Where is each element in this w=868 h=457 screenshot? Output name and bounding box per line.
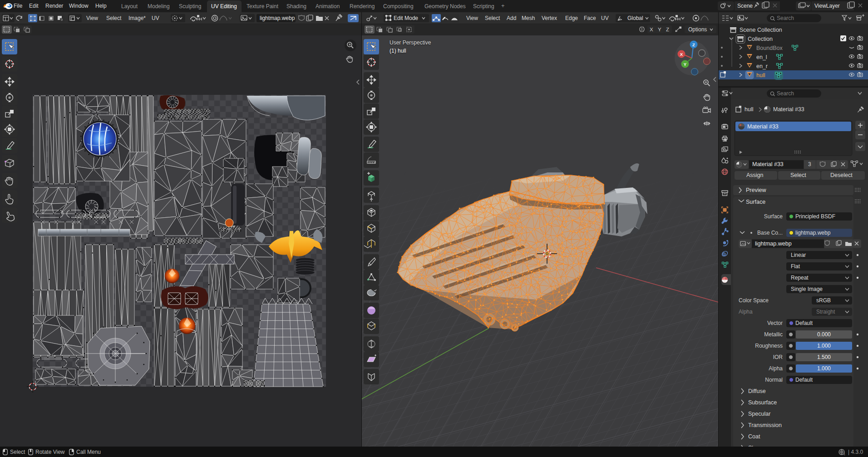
svg-text:Linear: Linear [791,252,806,258]
svg-text:Material #33: Material #33 [752,161,784,167]
svg-text:Subsurface: Subsurface [748,399,777,406]
svg-text:Color Space: Color Space [739,297,769,304]
svg-text:en_r: en_r [756,63,768,69]
svg-text:1.500: 1.500 [817,354,831,360]
svg-text:Repeat: Repeat [791,275,809,281]
svg-text:Assign: Assign [746,172,764,178]
svg-text:X: X [650,27,653,32]
svg-text:ViewLayer: ViewLayer [814,3,840,9]
svg-text:Y: Y [684,62,687,67]
svg-text:Transmission: Transmission [748,422,782,428]
svg-text:BoundBox: BoundBox [756,45,783,51]
svg-text:IOR: IOR [773,354,783,360]
svg-text:Specular: Specular [748,411,770,417]
svg-text:Alpha: Alpha [769,365,783,372]
svg-text:Y: Y [658,27,661,32]
svg-text:lightmap.webp: lightmap.webp [755,241,792,247]
svg-text:lightmap.webp: lightmap.webp [260,15,295,21]
svg-text:Default: Default [795,320,813,326]
svg-text:sRGB: sRGB [816,297,831,304]
svg-text:1.000: 1.000 [817,343,831,349]
svg-text:3: 3 [808,161,811,167]
svg-text:Alpha: Alpha [739,309,753,315]
svg-text:Flat: Flat [791,263,800,270]
svg-text:Options: Options [688,26,707,33]
svg-text:Material #33: Material #33 [773,106,804,113]
svg-text:1: 1 [843,452,845,456]
svg-text:lightmap.webp: lightmap.webp [795,230,831,236]
svg-text:Normal: Normal [765,377,783,383]
svg-text:Search: Search [777,90,794,97]
svg-text:Roughness: Roughness [755,343,783,349]
svg-text:Preview: Preview [746,187,766,193]
svg-text:Material #33: Material #33 [747,123,779,130]
svg-text:X: X [680,52,683,57]
svg-text:Diffuse: Diffuse [748,388,766,394]
svg-text:Edit Mode: Edit Mode [394,15,418,21]
svg-text:Single Image: Single Image [791,286,823,292]
svg-text:Principled BSDF: Principled BSDF [795,213,835,220]
svg-text:Default: Default [795,377,813,383]
svg-text:Collection: Collection [748,36,773,42]
svg-text:1.000: 1.000 [817,365,831,372]
svg-text:Base Co...: Base Co... [757,230,783,236]
svg-text:Z: Z [692,42,695,47]
svg-text:Deselect: Deselect [830,172,853,178]
svg-text:Coat: Coat [748,433,760,440]
svg-text:Metallic: Metallic [764,331,783,338]
svg-text:Straight: Straight [816,309,835,315]
svg-text:Scene: Scene [737,3,753,9]
svg-text:0.000: 0.000 [817,331,831,338]
svg-text:en_l: en_l [756,54,767,60]
svg-text:Scene Collection: Scene Collection [740,27,782,33]
svg-text:Surface: Surface [764,213,783,220]
svg-text:hull: hull [745,106,753,113]
svg-text:Global: Global [627,15,643,21]
svg-text:Surface: Surface [746,199,765,205]
svg-text:Search: Search [777,15,794,21]
svg-text:Z: Z [666,27,669,32]
svg-text:Select: Select [790,172,806,178]
svg-text:Vector: Vector [767,320,783,326]
svg-text:hull: hull [756,72,765,79]
